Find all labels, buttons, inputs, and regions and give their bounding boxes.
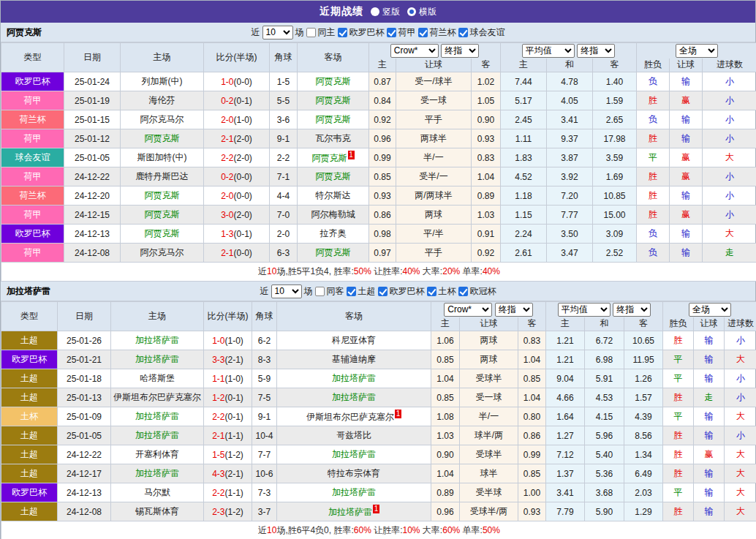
same-venue-checkbox[interactable] [315,287,325,296]
crown-home-odds: 0.92 [369,110,396,129]
team-name[interactable]: 加拉塔萨雷 [135,468,179,478]
team-name[interactable]: 阿贾克斯 [316,76,351,86]
home-team-cell: 阿尔克马尔 [121,110,204,129]
handicap-result-cell: 输 [694,464,725,483]
team-name[interactable]: 开塞利体育 [135,449,179,459]
fulltime-score: 2-1 [212,431,224,441]
league-cell: 荷兰杯 [1,186,64,206]
avg-away-odds: 1.26 [624,369,663,388]
crown-home-odds: 1.08 [431,407,460,426]
team-name[interactable]: 鹿特丹斯巴达 [136,171,189,181]
result-cell: 负 [637,225,670,244]
period-select[interactable]: 全场 [676,44,718,58]
goals-result-cell: 小 [703,72,756,91]
radio-vertical-layout[interactable]: 竖版 [371,6,400,18]
league-filter-checkbox[interactable] [378,287,388,296]
crown-away-odds: 1.00 [518,483,546,502]
team-name[interactable]: 阿尔克马尔 [140,247,184,257]
summary-text: 10 [267,525,276,535]
same-venue-checkbox[interactable] [306,28,316,37]
team-name[interactable]: 列加斯(中) [142,76,183,86]
home-team-cell: 阿贾克斯 [121,225,204,244]
team-name[interactable]: 加拉塔萨雷 [135,354,179,364]
team-name[interactable]: 阿贾克斯 [145,228,180,238]
team-name[interactable]: 瓦尔韦克 [316,133,351,143]
team-name[interactable]: 伊斯坦布尔巴萨克塞尔 [113,392,201,402]
team-name[interactable]: 哈塔斯堡 [140,373,175,383]
team-name[interactable]: 加拉塔萨雷 [135,335,179,345]
bookmaker-select[interactable]: Crow* [444,303,492,317]
odds-time-select-2[interactable]: 终指 [613,303,651,317]
team-name[interactable]: 加拉塔萨雷 [332,487,376,497]
team-name[interactable]: 阿尔克马尔 [140,114,184,124]
crown-away-odds: 1.05 [472,91,501,110]
average-select[interactable]: 平均值 [522,44,575,58]
league-filter-checkbox[interactable] [387,28,396,37]
team-name[interactable]: 阿贾克斯 [145,133,180,143]
avg-away-odds: 10.65 [624,331,663,350]
radio-horizontal-layout[interactable]: 横版 [407,6,436,18]
corner-cell: 7-7 [252,445,277,464]
league-filter-checkbox[interactable] [347,287,356,296]
team-name[interactable]: 加拉塔萨雷 [328,507,372,517]
period-select[interactable]: 全场 [689,303,731,317]
odds-time-select[interactable]: 终指 [441,44,479,58]
summary-text: 近 [258,266,267,276]
score-cell: 2-0(0-0) [204,186,270,206]
team-name[interactable]: 阿贾克斯 [145,190,180,200]
league-filter-checkbox[interactable] [338,28,347,37]
team-name[interactable]: 锡瓦斯体育 [135,506,179,516]
team-name[interactable]: 伊斯坦布尔巴萨克塞尔 [306,412,394,422]
column-header: 角球 [270,43,298,72]
radio-selected-icon[interactable] [407,7,416,16]
fulltime-score: 1-2 [212,393,224,403]
league-filter-checkbox[interactable] [458,28,468,37]
avg-home-odds: 1.15 [501,206,547,225]
goals-result-cell: 小 [725,331,756,350]
team-name[interactable]: 特尔斯达 [316,190,351,200]
odds-time-select[interactable]: 终指 [495,303,533,317]
result-cell: 负 [637,244,670,263]
team-name[interactable]: 加拉塔萨雷 [332,373,376,383]
crown-home-odds: 1.06 [431,331,460,350]
league-filter-checkbox[interactable] [458,287,468,296]
crown-away-odds: 0.85 [518,369,546,388]
team-name[interactable]: 阿贾克斯 [316,114,351,124]
team-name[interactable]: 海伦芬 [149,95,175,105]
team-name[interactable]: 马尔默 [144,487,170,497]
team-name[interactable]: 阿贾克斯 [316,247,351,257]
goals-result-cell: 小 [703,206,756,225]
team-name[interactable]: 阿贾克斯 [312,153,347,163]
avg-draw-odds: 5.40 [585,445,624,464]
corner-cell: 3-7 [252,502,277,521]
league-filter-checkbox[interactable] [427,287,436,296]
team-name[interactable]: 阿贾克斯 [316,95,351,105]
team-name[interactable]: 加拉塔萨雷 [332,449,376,459]
team-name[interactable]: 阿尔梅勒城 [311,209,355,219]
average-select[interactable]: 平均值 [558,303,611,317]
league-filter-checkbox[interactable] [418,28,428,37]
odds-time-select-2[interactable]: 终指 [577,44,615,58]
crown-away-odds: 1.04 [472,167,501,186]
team-name[interactable]: 加拉塔萨雷 [135,430,179,440]
team-name[interactable]: 拉齐奥 [320,228,347,238]
summary-text: 大率: [420,266,443,276]
team-name[interactable]: 加拉塔萨雷 [332,392,376,402]
radio-unselected-icon[interactable] [371,7,379,16]
team-name[interactable]: 斯图加特(中) [137,152,187,162]
avg-away-odds: 3.09 [593,225,637,244]
avg-draw-odds: 5.90 [585,502,624,521]
team-name[interactable]: 基辅迪纳摩 [332,354,376,364]
filter-controls: 近10场同客土超欧罗巴杯土杯欧冠杯 [260,284,496,298]
bookmaker-select[interactable]: Crow* [390,44,439,58]
team-name[interactable]: 特拉布宗体育 [328,468,380,478]
team-name[interactable]: 加拉塔萨雷 [135,411,179,421]
goals-result-cell: 小 [703,110,756,129]
recent-count-select[interactable]: 10 [262,26,293,39]
team-name[interactable]: 哥兹塔比 [336,430,371,440]
recent-count-select[interactable]: 10 [271,284,302,298]
team-name[interactable]: 阿贾克斯 [316,171,351,181]
team-name[interactable]: 科尼亚体育 [332,335,376,345]
team-name[interactable]: 阿贾克斯 [145,209,180,219]
filter-bar: 加拉塔萨雷近10场同客土超欧罗巴杯土杯欧冠杯 [1,282,755,301]
